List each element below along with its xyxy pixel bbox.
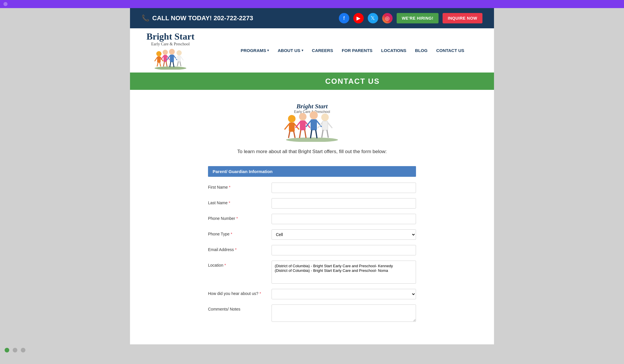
svg-line-36 xyxy=(296,122,300,127)
first-name-input[interactable] xyxy=(272,183,416,193)
contact-form: Parent/ Guardian Information First Name … xyxy=(208,166,416,327)
required-star: * xyxy=(229,185,230,190)
svg-line-12 xyxy=(166,62,167,66)
svg-line-49 xyxy=(328,123,332,128)
last-name-input[interactable] xyxy=(272,198,416,209)
nav-for-parents[interactable]: FOR PARENTS xyxy=(342,48,372,53)
svg-point-13 xyxy=(169,49,175,55)
svg-line-3 xyxy=(155,57,157,61)
bottom-dot-3 xyxy=(21,348,25,352)
hiring-button[interactable]: WE'RE HIRING! xyxy=(397,13,439,23)
nav-about[interactable]: ABOUT US ▾ xyxy=(278,48,303,53)
nav-locations[interactable]: LOCATIONS xyxy=(381,48,406,53)
svg-line-23 xyxy=(177,62,178,66)
nav-for-parents-label: FOR PARENTS xyxy=(342,48,372,53)
logo-large-text: Bright Start Early Care & Preschool xyxy=(280,101,344,143)
form-row-last-name: Last Name * xyxy=(208,198,416,209)
twitter-icon[interactable]: 𝕏 xyxy=(368,13,378,23)
inquire-button[interactable]: INQUIRE NOW xyxy=(443,13,482,23)
svg-rect-47 xyxy=(322,121,328,130)
svg-point-28 xyxy=(288,115,296,122)
referral-select[interactable] xyxy=(272,289,416,299)
location-option-kennedy[interactable]: (District of Columbia) - Bright Start Ea… xyxy=(275,264,413,268)
svg-line-11 xyxy=(164,62,164,66)
programs-chevron-icon: ▾ xyxy=(267,49,269,52)
page-wrapper: 📞 CALL NOW TODAY! 202-722-2273 f ▶ 𝕏 ◎ W… xyxy=(130,8,494,344)
large-logo-svg: Bright Start Early Care & Preschool xyxy=(280,101,344,142)
nav-locations-label: LOCATIONS xyxy=(381,48,406,53)
green-banner: CONTACT US xyxy=(130,73,494,90)
facebook-icon[interactable]: f xyxy=(339,13,349,23)
comments-label: Comments/ Notes xyxy=(208,304,266,311)
intro-text: To learn more about all that Bright Star… xyxy=(237,149,387,155)
form-row-first-name: First Name * xyxy=(208,183,416,193)
phone-type-select[interactable]: Cell Home Work xyxy=(272,229,416,240)
nav-contact-label: CONTACT US xyxy=(436,48,464,53)
form-row-phone-type: Phone Type * Cell Home Work xyxy=(208,229,416,240)
phone-icon: 📞 xyxy=(142,14,149,22)
svg-line-6 xyxy=(160,63,161,66)
nav-contact[interactable]: CONTACT US xyxy=(436,48,464,53)
nav-blog[interactable]: BLOG xyxy=(415,48,428,53)
svg-line-5 xyxy=(157,63,158,66)
svg-text:Bright Start: Bright Start xyxy=(296,103,328,110)
svg-line-51 xyxy=(327,130,328,137)
form-row-comments: Comments/ Notes xyxy=(208,304,416,322)
form-row-phone-number: Phone Number * xyxy=(208,214,416,224)
required-star-3: * xyxy=(236,216,238,221)
nav-links: PROGRAMS ▾ ABOUT US ▾ CAREERS FOR PARENT… xyxy=(211,28,494,73)
phone-label: CALL NOW TODAY! 202-722-2273 xyxy=(152,14,253,22)
comments-textarea[interactable] xyxy=(272,304,416,322)
nav-programs[interactable]: PROGRAMS ▾ xyxy=(241,48,269,53)
nav-careers[interactable]: CAREERS xyxy=(312,48,333,53)
svg-point-1 xyxy=(156,51,161,56)
required-star-4: * xyxy=(231,232,232,236)
location-label: Location * xyxy=(208,261,266,268)
svg-point-0 xyxy=(155,66,186,70)
svg-line-30 xyxy=(285,124,289,129)
last-name-label: Last Name * xyxy=(208,198,266,205)
browser-bottom xyxy=(0,344,624,356)
required-star-2: * xyxy=(229,200,230,205)
logo-large-section: Bright Start Early Care & Preschool xyxy=(280,101,344,143)
nav-programs-label: PROGRAMS xyxy=(241,48,266,53)
svg-rect-29 xyxy=(289,122,295,132)
svg-line-50 xyxy=(322,130,323,137)
phone-type-label: Phone Type * xyxy=(208,229,266,236)
svg-line-33 xyxy=(294,132,295,138)
svg-line-18 xyxy=(173,62,174,67)
main-content: Bright Start Early Care & Preschool xyxy=(130,90,494,344)
youtube-icon[interactable]: ▶ xyxy=(353,13,364,23)
svg-line-9 xyxy=(161,56,164,60)
instagram-icon[interactable]: ◎ xyxy=(382,13,393,23)
browser-dot-1 xyxy=(3,2,8,6)
svg-point-7 xyxy=(163,50,168,55)
green-banner-right: CONTACT US xyxy=(211,73,494,90)
nav-blog-label: BLOG xyxy=(415,48,428,53)
email-label: Email Address * xyxy=(208,245,266,252)
email-input[interactable] xyxy=(272,245,416,255)
svg-line-38 xyxy=(300,130,301,138)
svg-point-34 xyxy=(299,113,307,120)
phone-number-input[interactable] xyxy=(272,214,416,224)
bottom-dot-1 xyxy=(5,348,9,352)
top-bar-right: f ▶ 𝕏 ◎ WE'RE HIRING! INQUIRE NOW xyxy=(339,13,482,23)
nav-careers-label: CAREERS xyxy=(312,48,333,53)
location-select[interactable]: (District of Columbia) - Bright Start Ea… xyxy=(272,261,416,284)
logo: Bright Start Early Care & Preschool xyxy=(146,31,194,70)
svg-line-22 xyxy=(181,57,183,60)
svg-rect-20 xyxy=(177,55,181,62)
logo-tagline: Early Care & Preschool xyxy=(151,42,190,47)
logo-section: Bright Start Early Care & Preschool xyxy=(130,28,211,73)
location-option-noma[interactable]: (District of Columbia) - Bright Start Ea… xyxy=(275,268,413,273)
svg-rect-14 xyxy=(170,55,174,62)
svg-point-40 xyxy=(310,111,318,119)
green-banner-left xyxy=(130,73,211,90)
svg-line-17 xyxy=(170,62,171,67)
logo-brand: Bright Start xyxy=(146,31,194,42)
phone-number-label: Phone Number * xyxy=(208,214,266,221)
svg-point-46 xyxy=(321,114,329,121)
svg-line-45 xyxy=(316,130,317,138)
bottom-dot-2 xyxy=(13,348,17,352)
nav-area: Bright Start Early Care & Preschool xyxy=(130,28,494,73)
